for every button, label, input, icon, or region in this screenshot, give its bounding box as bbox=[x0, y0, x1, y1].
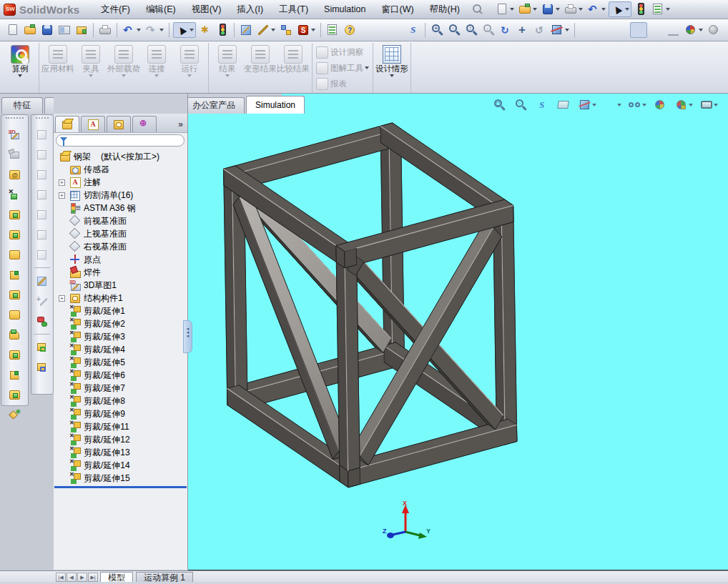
tree-item[interactable]: 剪裁/延伸9 bbox=[54, 407, 187, 420]
tree-item[interactable]: 剪裁/延伸14 bbox=[54, 459, 187, 472]
tree-item[interactable]: 右视基准面 bbox=[54, 240, 187, 253]
filter-wand-button[interactable] bbox=[197, 23, 213, 37]
zoom-to-fit-button[interactable] bbox=[489, 98, 509, 112]
wireframe-button[interactable] bbox=[579, 23, 594, 37]
new-document-button[interactable] bbox=[494, 2, 516, 16]
motion-nav-2[interactable]: ◀ bbox=[67, 573, 77, 582]
view-orientation-button[interactable] bbox=[575, 98, 599, 112]
tree-item[interactable]: 前视基准面 bbox=[54, 214, 187, 227]
shaded-button[interactable] bbox=[649, 23, 664, 37]
connections-button[interactable]: 连接 bbox=[140, 43, 173, 93]
save-document-button[interactable] bbox=[39, 23, 55, 37]
motion-nav-1[interactable]: |◀ bbox=[56, 573, 66, 582]
expand-icon[interactable]: + bbox=[59, 192, 65, 199]
chamfer-icon[interactable] bbox=[9, 329, 21, 342]
zoom-to-area-button[interactable] bbox=[511, 98, 531, 112]
tree-item[interactable]: 剪裁/延伸11 bbox=[54, 420, 187, 433]
view-cube-7-icon[interactable] bbox=[36, 249, 49, 262]
tree-item[interactable]: 剪裁/延伸4 bbox=[54, 343, 187, 356]
section-view-button[interactable] bbox=[549, 23, 571, 37]
panel-splitter-handle[interactable]: ◂◂◂ bbox=[183, 320, 192, 353]
tree-item[interactable]: ASTM A36 钢 bbox=[54, 202, 187, 214]
dropdown-arrow-icon[interactable] bbox=[556, 8, 560, 11]
redo-button[interactable] bbox=[144, 23, 165, 37]
view-cube-5-icon[interactable] bbox=[36, 209, 49, 222]
view-cube-1-icon[interactable] bbox=[36, 129, 49, 142]
view-cube-2-icon[interactable] bbox=[36, 149, 49, 162]
display-style-button[interactable] bbox=[600, 98, 624, 112]
dropdown-arrow-icon[interactable] bbox=[699, 29, 703, 31]
tree-item[interactable]: 剪裁/延伸1 bbox=[54, 305, 187, 317]
menu-6[interactable]: Simulation bbox=[316, 0, 373, 19]
tab-property-manager[interactable] bbox=[81, 116, 105, 132]
dropdown-arrow-icon[interactable] bbox=[122, 74, 126, 77]
menu-7[interactable]: 窗口(W) bbox=[373, 0, 421, 19]
menu-5[interactable]: 工具(T) bbox=[271, 0, 316, 19]
dropdown-arrow-icon[interactable] bbox=[579, 8, 583, 11]
print-button[interactable] bbox=[563, 2, 584, 16]
panel-expand-chevron[interactable]: » bbox=[178, 119, 187, 132]
design-insight-button[interactable]: 设计洞察 bbox=[316, 45, 369, 59]
fillet-bead-icon[interactable] bbox=[9, 249, 21, 262]
apply-scene-button[interactable] bbox=[683, 23, 704, 37]
make-assembly-button[interactable] bbox=[74, 23, 89, 37]
rotate-view-button[interactable] bbox=[532, 23, 548, 37]
zoom-in-button[interactable] bbox=[429, 23, 445, 37]
mirror-icon[interactable] bbox=[9, 369, 21, 382]
dropdown-arrow-icon[interactable] bbox=[18, 74, 22, 77]
tree-item[interactable]: 剪裁/延伸13 bbox=[54, 446, 187, 459]
dropdown-arrow-icon[interactable] bbox=[225, 74, 230, 77]
search-icon[interactable] bbox=[471, 3, 483, 16]
tree-root[interactable]: 钢架(默认<按加工>) bbox=[54, 150, 187, 163]
dropdown-arrow-icon[interactable] bbox=[390, 74, 394, 77]
menu-8[interactable]: 帮助(H) bbox=[422, 0, 468, 19]
compare-results-button[interactable]: 比较结果 bbox=[277, 43, 310, 93]
tree-item[interactable]: +结构构件1 bbox=[54, 292, 187, 305]
tree-item[interactable]: 剪裁/延伸8 bbox=[54, 395, 187, 407]
hidden-lines-visible-button[interactable] bbox=[596, 23, 611, 37]
view-settings-button[interactable] bbox=[706, 23, 722, 37]
edit-appearance-button[interactable] bbox=[650, 98, 670, 112]
measure-button[interactable] bbox=[255, 23, 277, 37]
tree-item[interactable]: 原点 bbox=[54, 253, 187, 266]
weldment-icon[interactable] bbox=[9, 149, 21, 162]
rollback-bar[interactable] bbox=[54, 486, 187, 488]
section-view-button[interactable] bbox=[554, 98, 574, 112]
design-checker-button[interactable] bbox=[325, 23, 340, 37]
make-drawing-button[interactable] bbox=[56, 23, 72, 37]
model-3d[interactable] bbox=[188, 94, 728, 570]
undo-button[interactable] bbox=[586, 2, 607, 16]
gusset-icon[interactable] bbox=[9, 269, 21, 282]
motion-nav-4[interactable]: ▶| bbox=[88, 573, 98, 582]
expand-icon[interactable]: + bbox=[59, 295, 65, 302]
dropdown-arrow-icon[interactable] bbox=[271, 29, 275, 31]
tree-item[interactable]: 剪裁/延伸7 bbox=[54, 382, 187, 395]
dropdown-arrow-icon[interactable] bbox=[190, 29, 194, 31]
deformed-result-button[interactable]: 变形结果 bbox=[244, 43, 277, 93]
dropdown-arrow-icon[interactable] bbox=[365, 66, 369, 69]
sketch-button[interactable] bbox=[238, 23, 254, 37]
tab-feature-tree[interactable] bbox=[55, 116, 79, 132]
design-scenario-button[interactable]: 设计情形 bbox=[375, 43, 408, 93]
open-document-button[interactable] bbox=[22, 23, 38, 37]
tab-configuration-manager[interactable] bbox=[107, 116, 131, 132]
end-cap-icon[interactable] bbox=[9, 289, 21, 302]
tree-item[interactable]: 上视基准面 bbox=[54, 227, 187, 240]
zoom-out-button[interactable] bbox=[481, 23, 496, 37]
zoom-in-out-button[interactable] bbox=[463, 23, 479, 37]
interference-check-button[interactable] bbox=[633, 2, 649, 16]
hole-wizard-icon[interactable] bbox=[9, 309, 21, 322]
view-cube-4-icon[interactable] bbox=[36, 189, 49, 202]
options-button[interactable] bbox=[650, 2, 672, 16]
tree-filter-input[interactable] bbox=[56, 134, 185, 147]
curves-icon[interactable] bbox=[9, 409, 21, 422]
dropdown-arrow-icon[interactable] bbox=[89, 74, 93, 77]
extrude-boss-icon[interactable] bbox=[9, 209, 21, 222]
menu-1[interactable]: 文件(F) bbox=[93, 0, 138, 19]
structural-member-icon[interactable] bbox=[9, 169, 21, 182]
save-document-button[interactable] bbox=[540, 2, 561, 16]
dropdown-arrow-icon[interactable] bbox=[510, 8, 514, 11]
apply-scene-button[interactable] bbox=[672, 98, 695, 112]
convert-entities-icon[interactable] bbox=[36, 342, 49, 355]
reference-geometry-icon[interactable] bbox=[9, 389, 21, 402]
